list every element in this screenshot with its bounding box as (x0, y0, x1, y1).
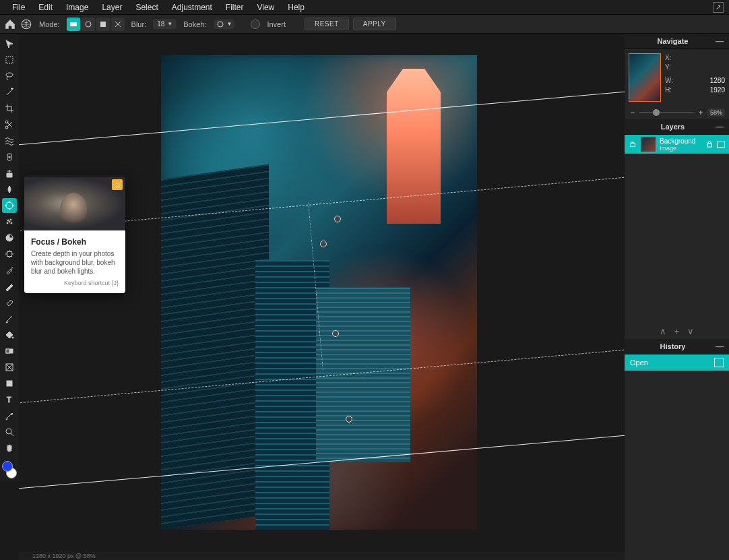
zoom-slider[interactable] (639, 112, 694, 113)
nav-y-label: Y: (665, 63, 671, 72)
replace-color-tool[interactable] (2, 360, 17, 375)
tooltip-thumb: ◎ (24, 177, 125, 230)
tooltip-title: Focus / Bokeh (31, 237, 119, 247)
caret-down-icon: ▼ (167, 21, 172, 27)
navigate-panel: X: Y: W:1280 H:1920 (625, 49, 729, 106)
blur-value-dropdown[interactable]: 18 ▼ (153, 19, 177, 29)
zoom-tool[interactable] (2, 425, 17, 439)
hand-tool[interactable] (2, 441, 17, 456)
svg-rect-1 (70, 22, 77, 26)
reset-button[interactable]: RESET (305, 18, 349, 30)
svg-point-24 (6, 429, 11, 434)
svg-point-11 (7, 220, 9, 221)
focus-handle-center-up[interactable] (320, 241, 327, 247)
globe-icon[interactable] (20, 18, 32, 30)
zoom-out-button[interactable]: − (629, 108, 637, 117)
menu-adjustment[interactable]: Adjustment (165, 0, 219, 15)
mode-linear-button[interactable] (67, 18, 80, 31)
svg-point-18 (12, 337, 13, 338)
move-tool[interactable] (2, 36, 17, 51)
lasso-tool[interactable] (2, 69, 17, 84)
nav-h-label: H: (665, 86, 672, 95)
brush-tool[interactable] (2, 311, 17, 326)
svg-rect-26 (631, 142, 633, 144)
eye-icon[interactable] (717, 141, 725, 148)
expand-icon[interactable]: ↗ (713, 2, 724, 13)
mode-fill-button[interactable] (96, 18, 110, 31)
home-icon[interactable] (4, 18, 16, 30)
bokeh-shape-dropdown[interactable]: ▼ (214, 20, 235, 29)
tooltip-shortcut: Keybord shortcut {J} (31, 280, 119, 286)
layer-up-button[interactable]: ∧ (660, 326, 666, 336)
menu-layer[interactable]: Layer (95, 0, 129, 15)
dodge-burn-tool[interactable] (2, 247, 17, 261)
invert-checkbox[interactable] (251, 20, 260, 29)
cutout-tool[interactable] (2, 117, 17, 132)
clone-tool[interactable] (2, 166, 17, 181)
svg-rect-25 (631, 143, 635, 146)
navigate-title: Navigate (630, 37, 716, 45)
svg-point-13 (7, 222, 8, 224)
layer-add-button[interactable]: + (674, 326, 680, 336)
menu-select[interactable]: Select (129, 0, 164, 15)
zoom-slider-thumb[interactable] (653, 109, 660, 116)
options-bar: Mode: Blur: 18 ▼ Bokeh: ▼ Invert RESET A… (0, 15, 729, 34)
lock-icon[interactable] (706, 141, 713, 148)
marquee-tool[interactable] (2, 53, 17, 67)
disperse-tool[interactable] (2, 214, 17, 229)
history-item-label: Open (630, 359, 648, 367)
svg-point-6 (6, 73, 13, 77)
collapse-icon[interactable]: — (716, 122, 724, 131)
zoom-value[interactable]: 58% (707, 108, 725, 117)
focus-handle-bottom[interactable] (346, 416, 352, 423)
mode-cross-button[interactable] (111, 18, 125, 31)
layer-down-button[interactable]: ∨ (687, 326, 694, 336)
right-panels: Navigate — X: Y: W:1280 H:1920 − + 58% L… (625, 34, 729, 560)
picker-tool[interactable] (2, 408, 17, 423)
heal-tool[interactable] (2, 150, 17, 164)
navigate-header[interactable]: Navigate — (625, 34, 729, 49)
navigate-thumbnail[interactable] (629, 53, 661, 102)
focus-handle-center-down[interactable] (332, 330, 339, 337)
color-swatches[interactable] (2, 461, 17, 478)
focus-bokeh-tool[interactable] (2, 198, 17, 213)
shape-tool[interactable] (2, 376, 17, 391)
pen-tool[interactable] (2, 263, 17, 278)
foreground-color[interactable] (2, 461, 13, 472)
text-tool[interactable]: T (2, 392, 17, 407)
blur-tool[interactable] (2, 182, 17, 197)
collapse-icon[interactable]: — (716, 36, 724, 46)
menu-filter[interactable]: Filter (219, 0, 251, 15)
wand-tool[interactable] (2, 85, 17, 100)
bokeh-circle-icon (216, 20, 224, 28)
layer-row[interactable]: Background Image (625, 135, 729, 154)
apply-button[interactable]: APPLY (353, 18, 396, 30)
collapse-icon[interactable]: — (716, 342, 724, 351)
layer-visibility-icon[interactable] (629, 140, 637, 148)
layer-thumbnail (641, 137, 656, 152)
tooltip-badge-icon: ◎ (112, 179, 123, 190)
draw-tool[interactable] (2, 279, 17, 294)
menu-view[interactable]: View (250, 0, 281, 15)
eraser-tool[interactable] (2, 295, 17, 310)
layers-header[interactable]: Layers — (625, 119, 729, 135)
menu-edit[interactable]: Edit (32, 0, 59, 15)
gradient-tool[interactable] (2, 344, 17, 359)
history-header[interactable]: History — (625, 339, 729, 354)
menu-image[interactable]: Image (59, 0, 95, 15)
tool-tooltip: ◎ Focus / Bokeh Create depth in your pho… (24, 177, 125, 293)
mode-radial-button[interactable] (82, 18, 95, 31)
crop-tool[interactable] (2, 101, 17, 116)
menu-file[interactable]: File (5, 0, 32, 15)
sponge-tool[interactable] (2, 230, 17, 245)
canvas-image[interactable] (161, 55, 477, 530)
svg-rect-27 (707, 144, 711, 147)
fill-tool[interactable] (2, 328, 17, 342)
zoom-in-button[interactable]: + (697, 108, 705, 117)
history-item[interactable]: Open (625, 354, 729, 371)
focus-handle-top[interactable] (334, 216, 341, 222)
menu-help[interactable]: Help (281, 0, 311, 15)
bokeh-label: Bokeh: (183, 20, 206, 28)
invert-label: Invert (267, 20, 286, 28)
liquify-tool[interactable] (2, 133, 17, 148)
